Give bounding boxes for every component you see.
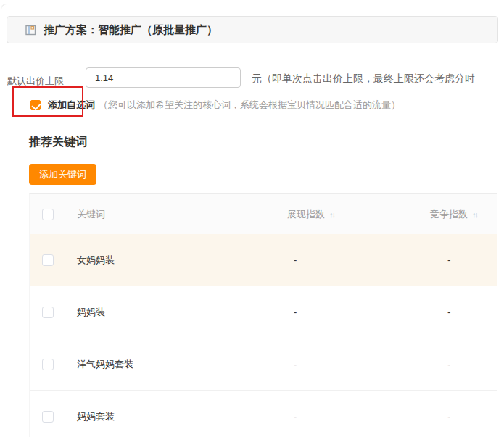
- column-header-keyword: 关键词: [66, 208, 287, 221]
- row-checkbox[interactable]: [42, 307, 54, 318]
- keyword-cell: 女妈妈装: [66, 254, 287, 267]
- table-row: 女妈妈装 - -: [30, 234, 497, 286]
- keyword-cell: 妈妈装: [66, 306, 287, 319]
- add-custom-words-row: 添加自选词 （您可以添加希望关注的核心词，系统会根据宝贝情况匹配合适的流量）: [30, 99, 400, 112]
- table-row: 洋气妈妈套装 - -: [30, 338, 497, 390]
- impression-cell: -: [287, 307, 437, 317]
- add-keywords-button[interactable]: 添加关键词: [29, 164, 96, 185]
- keyword-cell: 妈妈套装: [66, 410, 287, 423]
- header-checkbox-cell: [30, 209, 66, 220]
- impression-cell: -: [287, 254, 437, 265]
- plan-icon: [25, 25, 36, 36]
- competition-cell: -: [437, 359, 497, 370]
- add-custom-words-tip: （您可以添加希望关注的核心词，系统会根据宝贝情况匹配合适的流量）: [99, 99, 400, 112]
- checkmark-icon: [31, 101, 41, 111]
- row-checkbox[interactable]: [42, 254, 54, 266]
- impression-cell: -: [287, 359, 437, 370]
- bid-unit-note: 元（即单次点击出价上限，最终上限还会考虑分时: [252, 72, 475, 86]
- keywords-table: 关键词 展现指数↑↓ 竞争指数↑↓ 女妈妈装 - - 妈妈装 - - 洋气妈妈套…: [29, 193, 497, 437]
- table-header-row: 关键词 展现指数↑↓ 竞争指数↑↓: [30, 194, 497, 234]
- plan-header-bar: 推广方案：智能推广（原批量推广）: [7, 16, 498, 43]
- bid-limit-input[interactable]: [86, 67, 241, 88]
- sort-icon[interactable]: ↑↓: [329, 210, 334, 219]
- column-header-impression[interactable]: 展现指数↑↓: [287, 208, 430, 221]
- bid-limit-label: 默认出价上限: [7, 75, 64, 88]
- sort-icon[interactable]: ↑↓: [472, 210, 477, 219]
- row-checkbox[interactable]: [42, 411, 54, 423]
- add-custom-words-label: 添加自选词: [48, 99, 95, 112]
- competition-cell: -: [437, 411, 497, 422]
- plan-title: 推广方案：智能推广（原批量推广）: [44, 23, 218, 37]
- competition-cell: -: [437, 307, 497, 317]
- table-row: 妈妈套装 - -: [30, 390, 497, 437]
- column-header-competition[interactable]: 竞争指数↑↓: [430, 208, 497, 221]
- impression-cell: -: [287, 411, 437, 422]
- recommended-keywords-title: 推荐关键词: [29, 135, 87, 150]
- select-all-checkbox[interactable]: [42, 209, 54, 220]
- add-custom-words-checkbox[interactable]: [30, 100, 41, 110]
- keyword-cell: 洋气妈妈套装: [66, 358, 287, 371]
- competition-cell: -: [437, 254, 497, 265]
- table-row: 妈妈装 - -: [30, 286, 497, 338]
- row-checkbox[interactable]: [42, 359, 54, 370]
